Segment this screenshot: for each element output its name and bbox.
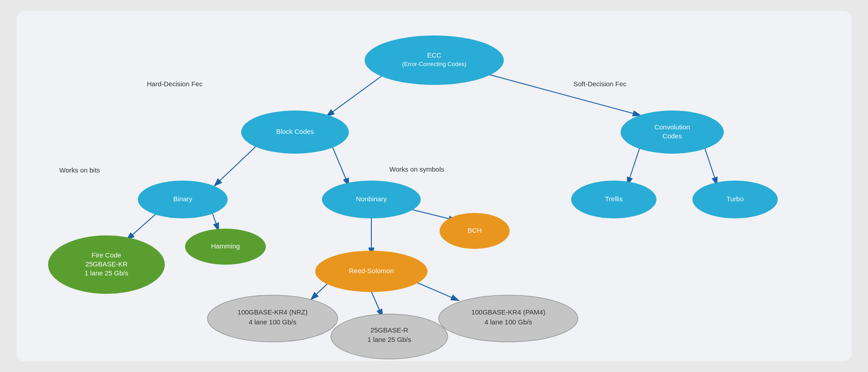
annotation-works-symbols: Works on symbols (389, 165, 444, 173)
node-kr4-nrz (207, 295, 338, 342)
arrow-binary-firecode (127, 212, 158, 240)
node-ecc (365, 35, 504, 85)
arrow-rs-25gbase (371, 292, 383, 317)
arrow-block-binary (214, 143, 259, 186)
node-25gbase-r (331, 314, 448, 359)
arrow-ecc-convolution (486, 74, 641, 115)
node-reed-solomon (315, 251, 427, 292)
node-trellis (571, 181, 657, 218)
diagram-container: Hard-Decision Fec Soft-Decision Fec Work… (17, 11, 852, 361)
arrow-rs-kr4pam4 (412, 280, 459, 301)
arrow-conv-trellis (627, 145, 641, 185)
arrow-conv-turbo (704, 145, 717, 185)
arrow-ecc-block (326, 74, 385, 116)
node-fire-code (48, 235, 165, 294)
node-binary (138, 181, 228, 218)
annotation-soft-decision: Soft-Decision Fec (573, 80, 627, 88)
node-turbo (692, 181, 778, 218)
arrow-block-nonbinary (331, 143, 349, 186)
node-nonbinary (322, 181, 421, 218)
annotation-hard-decision: Hard-Decision Fec (147, 80, 203, 88)
node-convolution-codes (621, 111, 724, 154)
node-block-codes (241, 111, 349, 154)
node-hamming (185, 229, 266, 265)
annotation-works-bits: Works on bits (59, 166, 100, 174)
node-bch (440, 213, 510, 249)
node-kr4-pam4 (439, 295, 578, 342)
arrow-binary-hamming (212, 212, 219, 231)
